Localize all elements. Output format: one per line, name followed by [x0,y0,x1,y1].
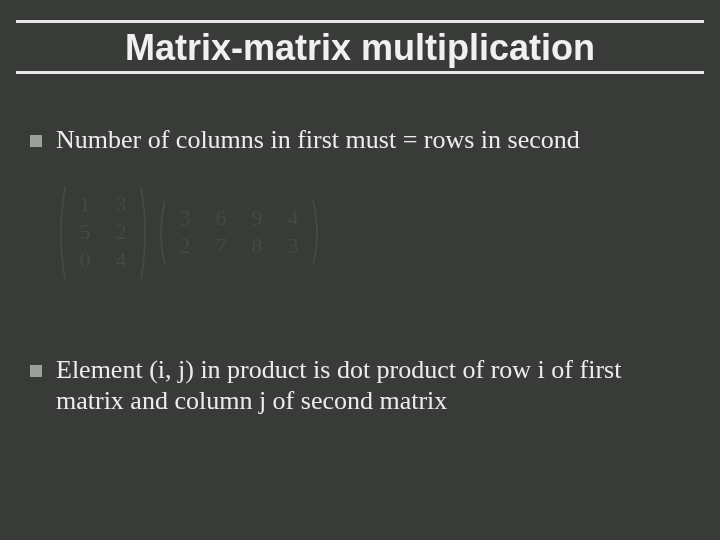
bullet-1: Number of columns in first must = rows i… [30,125,680,156]
cell: 3 [173,205,197,233]
matrix-a: 1 3 5 2 0 4 [55,185,151,281]
matrix-b: 3 6 9 4 2 7 8 3 [155,199,323,267]
bullet-text: Element (i, j) in product is dot product… [56,355,680,416]
bullet-text: Number of columns in first must = rows i… [56,125,580,156]
cell: 4 [109,247,133,275]
cell: 7 [209,233,233,261]
left-paren-icon [155,199,167,267]
cell: 4 [281,205,305,233]
cell: 6 [209,205,233,233]
matrix-expression: 1 3 5 2 0 4 3 6 9 4 2 7 8 [55,185,323,281]
body: Number of columns in first must = rows i… [30,125,680,174]
header-block: Matrix-matrix multiplication [16,20,704,74]
bullet-marker-icon [30,135,42,147]
matrix-a-grid: 1 3 5 2 0 4 [67,185,139,281]
cell: 9 [245,205,269,233]
cell: 5 [73,219,97,247]
body-2: Element (i, j) in product is dot product… [30,355,680,434]
right-paren-icon [139,185,151,281]
cell: 2 [173,233,197,261]
cell: 0 [73,247,97,275]
right-paren-icon [311,199,323,267]
cell: 3 [109,191,133,219]
left-paren-icon [55,185,67,281]
cell: 2 [109,219,133,247]
bottom-rule [16,71,704,74]
title-row: Matrix-matrix multiplication [16,23,704,71]
cell: 1 [73,191,97,219]
cell: 8 [245,233,269,261]
matrix-b-grid: 3 6 9 4 2 7 8 3 [167,199,311,267]
bullet-marker-icon [30,365,42,377]
slide: Matrix-matrix multiplication Number of c… [0,0,720,540]
cell: 3 [281,233,305,261]
slide-title: Matrix-matrix multiplication [125,27,595,68]
bullet-2: Element (i, j) in product is dot product… [30,355,680,416]
